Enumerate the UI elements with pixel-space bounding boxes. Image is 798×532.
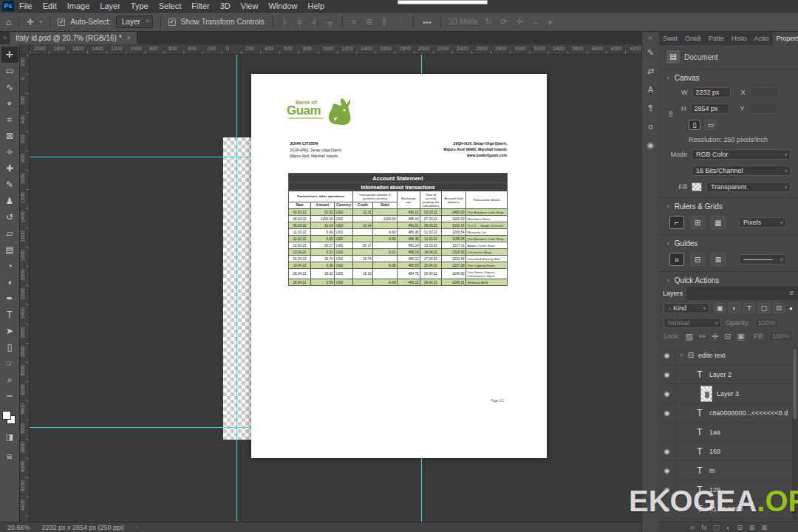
orientation-portrait-icon[interactable]: ▯ xyxy=(689,120,700,130)
mode-dropdown[interactable]: RGB Color˅ xyxy=(692,149,791,160)
layer-row[interactable]: ◉Layer 3 xyxy=(659,384,798,403)
rulers-toggle-icon[interactable]: ⌐ xyxy=(669,216,684,229)
layer-row[interactable]: ◉Tc8a0000000...<<<<<<<0 d xyxy=(659,403,798,423)
filter-smart-objects-icon[interactable]: ⊡ xyxy=(773,303,785,313)
menu-help[interactable]: Help xyxy=(303,0,330,13)
menu-3d[interactable]: 3D xyxy=(215,0,236,13)
pen-tool[interactable]: ✒ xyxy=(1,290,18,307)
libraries-panel-icon[interactable]: ◉ xyxy=(642,136,660,154)
menu-file[interactable]: File xyxy=(14,0,38,13)
horizontal-guide-1[interactable] xyxy=(30,157,251,157)
quick-selection-tool[interactable]: ⌖ xyxy=(1,95,18,112)
align-right-icon[interactable]: ╡ xyxy=(310,18,319,27)
layer-fill-value[interactable]: 100% xyxy=(768,331,793,341)
align-center-horizontal-icon[interactable]: ╪ xyxy=(295,18,304,27)
auto-select-dropdown[interactable]: Layer˅ xyxy=(116,16,153,28)
opacity-value[interactable]: 100% xyxy=(754,318,779,328)
layer-name[interactable]: edite text xyxy=(698,352,726,359)
edit-toolbar-icon[interactable]: ••• xyxy=(1,388,18,404)
pixel-grid-toggle-icon[interactable]: ▦ xyxy=(711,216,726,229)
panel-tab-actio[interactable]: Actio xyxy=(751,32,773,45)
fill-dropdown[interactable]: Transparent˅ xyxy=(706,182,791,192)
dodge-tool[interactable]: ◖ xyxy=(1,274,18,290)
marquee-tool[interactable]: ▭ xyxy=(1,63,18,79)
hand-tool[interactable]: ☞ xyxy=(1,355,18,372)
healing-brush-tool[interactable]: ✚ xyxy=(1,160,18,177)
document-tab[interactable]: Italy id.psd @ 20.7% (RGB/16) * × xyxy=(10,32,137,44)
brush-tool[interactable]: ✎ xyxy=(1,177,18,193)
horizontal-ruler[interactable]: 2000180016001400120010008006004002000200… xyxy=(30,44,641,55)
layer-visibility-toggle[interactable]: ◉ xyxy=(659,461,675,480)
layer-name[interactable]: c8a0000000...<<<<<<<0 d xyxy=(709,409,788,417)
menu-image[interactable]: Image xyxy=(62,0,95,13)
eyedropper-tool[interactable]: ✧ xyxy=(1,144,18,160)
layer-row[interactable]: ◉˅⊟edite text xyxy=(659,346,798,365)
expand-panels-icon[interactable]: « xyxy=(642,32,660,44)
layer-name[interactable]: Layer 3 xyxy=(717,390,739,398)
close-tab-icon[interactable]: × xyxy=(127,34,132,42)
document-canvas-page[interactable]: Bank of Guam JOHN CITIZEN 3G3P+PR2, Dela… xyxy=(251,74,547,458)
3d-roll-icon[interactable]: ⟳ xyxy=(499,17,508,27)
panel-tab-swat[interactable]: Swat xyxy=(659,32,681,45)
blend-mode-dropdown[interactable]: Normal˅ xyxy=(664,318,721,328)
gradient-tool[interactable]: ▤ xyxy=(1,242,18,258)
canvas-width-input[interactable]: 2232 px xyxy=(692,87,731,98)
layer-row[interactable]: T1aa xyxy=(659,423,798,442)
layer-visibility-toggle[interactable]: ◉ xyxy=(659,346,675,364)
new-guide-layout-icon[interactable]: ⌗ xyxy=(669,253,684,266)
move-tool[interactable]: ✛ xyxy=(1,47,18,63)
layer-row[interactable]: ◉Tm xyxy=(659,461,798,480)
chevron-down-icon[interactable]: ˅ xyxy=(666,240,670,247)
filter-type-layers-icon[interactable]: T xyxy=(743,303,755,313)
quick-mask-icon[interactable]: ◨ xyxy=(1,429,18,445)
layer-filter-dropdown[interactable]: ⌕Kind˅ xyxy=(664,303,709,313)
guide-style-dropdown[interactable]: ˅ xyxy=(739,254,786,265)
type-tool[interactable]: T xyxy=(1,307,18,323)
menu-layer[interactable]: Layer xyxy=(95,0,126,13)
auto-select-checkbox[interactable]: ✓ xyxy=(58,18,65,26)
horizontal-guide-2[interactable] xyxy=(30,427,251,428)
transparent-canvas-area[interactable] xyxy=(223,137,251,440)
menu-select[interactable]: Select xyxy=(154,0,187,13)
panel-tab-histo[interactable]: Histo xyxy=(728,32,751,45)
rectangle-tool[interactable]: ▯ xyxy=(1,339,18,355)
menu-edit[interactable]: Edit xyxy=(38,0,62,13)
grid-toggle-icon[interactable]: ⊞ xyxy=(690,216,705,229)
foreground-color-swatch[interactable] xyxy=(2,411,11,420)
3d-pan-icon[interactable]: ✛ xyxy=(515,17,525,27)
panel-tab-properties[interactable]: Properties xyxy=(773,32,798,45)
units-dropdown[interactable]: Pixels˅ xyxy=(739,217,786,228)
menu-view[interactable]: View xyxy=(236,0,264,13)
canvas-height-input[interactable]: 2854 px xyxy=(691,103,729,114)
adjustment-layer-icon[interactable]: ◐ xyxy=(726,524,730,531)
new-layer-icon[interactable]: ⊞ xyxy=(749,524,755,531)
brush-settings-panel-icon[interactable]: ✎ xyxy=(642,44,660,62)
chevron-down-icon[interactable]: ˅ xyxy=(666,75,670,81)
layers-scrollbar-thumb[interactable] xyxy=(793,349,797,419)
chevron-down-icon[interactable]: ˅ xyxy=(666,203,670,210)
lock-nesting-icon[interactable]: ⊡ xyxy=(723,332,732,341)
layer-visibility-toggle[interactable] xyxy=(659,423,675,441)
menu-window[interactable]: Window xyxy=(263,0,302,13)
toolbar-collapse-icon[interactable]: » xyxy=(0,32,10,44)
lock-guides-icon[interactable]: ⊟ xyxy=(690,253,705,266)
eraser-tool[interactable]: ▱ xyxy=(1,225,18,242)
vertical-guide-2-bottom[interactable] xyxy=(421,458,422,522)
filter-toggle-icon[interactable]: ● xyxy=(789,305,793,312)
distribute-top-icon[interactable]: ≡ xyxy=(350,17,358,27)
3d-slide-icon[interactable]: ↔ xyxy=(531,17,542,27)
show-transform-checkbox[interactable]: ✓ xyxy=(168,18,176,26)
status-chevron-icon[interactable]: › xyxy=(136,524,138,531)
color-swatches[interactable] xyxy=(2,411,17,426)
current-tool-icon[interactable]: ✛ xyxy=(27,17,34,27)
layer-visibility-toggle[interactable]: ◉ xyxy=(659,442,675,460)
paragraph-panel-icon[interactable]: ¶ xyxy=(642,99,660,117)
lasso-tool[interactable]: ∿ xyxy=(1,79,18,95)
3d-camera-icon[interactable]: ▸ xyxy=(548,17,555,27)
frame-tool[interactable]: ⊠ xyxy=(1,128,18,144)
filter-pixel-layers-icon[interactable]: ▣ xyxy=(714,303,726,313)
layer-name[interactable]: Layer 2 xyxy=(709,371,732,378)
3d-orbit-icon[interactable]: ↻ xyxy=(483,17,493,27)
layer-name[interactable]: 1aa xyxy=(709,429,720,436)
character-panel-icon[interactable]: A xyxy=(642,81,660,99)
